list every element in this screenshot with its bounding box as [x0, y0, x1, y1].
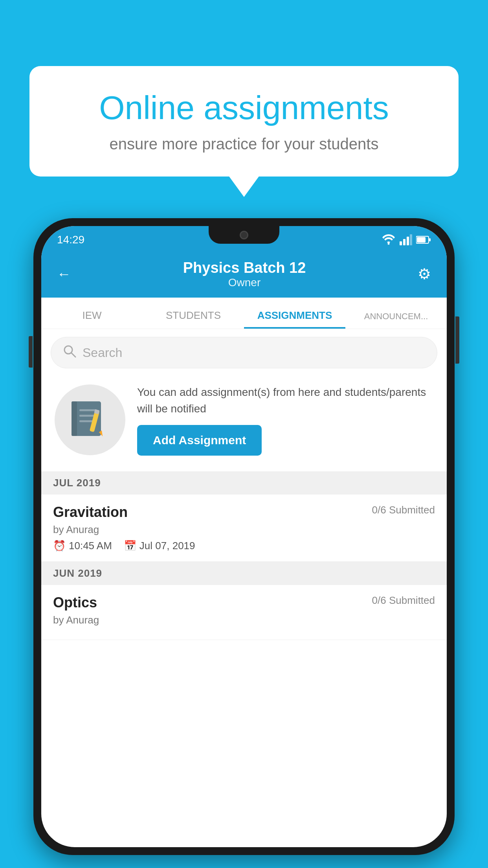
tab-iew[interactable]: IEW: [41, 309, 143, 329]
assignment-meta: ⏰ 10:45 AM 📅 Jul 07, 2019: [53, 540, 435, 552]
wifi-icon: [382, 234, 396, 245]
phone-screen: 14:29: [41, 226, 447, 847]
assignment-date: Jul 07, 2019: [139, 540, 195, 552]
assignment-submitted: 0/6 Submitted: [372, 504, 435, 516]
bubble-subtitle: ensure more practice for your students: [57, 135, 431, 153]
signal-icon: [400, 234, 412, 245]
tab-assignments[interactable]: ASSIGNMENTS: [244, 309, 345, 329]
tab-announcements[interactable]: ANNOUNCEM...: [345, 311, 447, 329]
header-center: Physics Batch 12 Owner: [183, 259, 306, 289]
notebook-pencil-icon: [68, 398, 112, 441]
header-subtitle: Owner: [183, 276, 306, 289]
svg-rect-12: [79, 409, 97, 411]
calendar-icon: 📅: [124, 540, 136, 552]
status-time: 14:29: [57, 234, 84, 246]
svg-line-9: [72, 353, 75, 357]
optics-name: Optics: [53, 594, 97, 611]
svg-rect-4: [410, 234, 412, 245]
svg-rect-1: [400, 241, 402, 245]
camera-icon: [240, 231, 248, 239]
bubble-title: Online assignments: [57, 90, 431, 126]
back-button[interactable]: ←: [57, 266, 71, 282]
search-input: Search: [83, 346, 122, 360]
phone-frame: 14:29: [33, 218, 455, 855]
assignment-item-gravitation[interactable]: Gravitation 0/6 Submitted by Anurag ⏰ 10…: [41, 495, 447, 562]
meta-date: 📅 Jul 07, 2019: [124, 540, 195, 552]
volume-button: [29, 336, 33, 368]
settings-icon[interactable]: ⚙: [418, 265, 431, 283]
svg-rect-7: [429, 238, 431, 241]
meta-time: ⏰ 10:45 AM: [53, 540, 112, 552]
content-area: Search: [41, 329, 447, 640]
assignment-time: 10:45 AM: [69, 540, 112, 552]
svg-rect-6: [417, 237, 426, 243]
assignment-name: Gravitation: [53, 504, 128, 520]
phone-notch: [209, 226, 279, 244]
app-header: ← Physics Batch 12 Owner ⚙: [41, 250, 447, 298]
section-header-jul: JUL 2019: [41, 471, 447, 495]
clock-icon: ⏰: [53, 540, 66, 552]
promo-icon-circle: [55, 384, 125, 455]
add-assignment-button[interactable]: Add Assignment: [137, 425, 262, 456]
search-icon: [63, 344, 76, 361]
search-bar[interactable]: Search: [51, 337, 437, 368]
promo-description: You can add assignment(s) from here and …: [137, 384, 433, 417]
tab-bar: IEW STUDENTS ASSIGNMENTS ANNOUNCEM...: [41, 298, 447, 329]
promo-right: You can add assignment(s) from here and …: [137, 384, 433, 456]
tab-students[interactable]: STUDENTS: [143, 309, 244, 329]
power-button: [455, 316, 459, 364]
svg-rect-2: [403, 239, 405, 245]
speech-bubble-card: Online assignments ensure more practice …: [29, 66, 459, 177]
section-header-jun: JUN 2019: [41, 562, 447, 585]
optics-submitted: 0/6 Submitted: [372, 594, 435, 607]
header-title: Physics Batch 12: [183, 259, 306, 276]
status-icons: [382, 234, 431, 245]
svg-rect-11: [72, 401, 77, 436]
battery-icon: [416, 235, 431, 244]
assignment-author: by Anurag: [53, 524, 435, 536]
optics-top: Optics 0/6 Submitted: [53, 594, 435, 611]
svg-point-0: [388, 243, 390, 245]
promo-box: You can add assignment(s) from here and …: [51, 376, 437, 463]
svg-rect-3: [407, 237, 409, 245]
assignment-top: Gravitation 0/6 Submitted: [53, 504, 435, 520]
optics-author: by Anurag: [53, 614, 435, 626]
assignment-item-optics[interactable]: Optics 0/6 Submitted by Anurag: [41, 585, 447, 640]
